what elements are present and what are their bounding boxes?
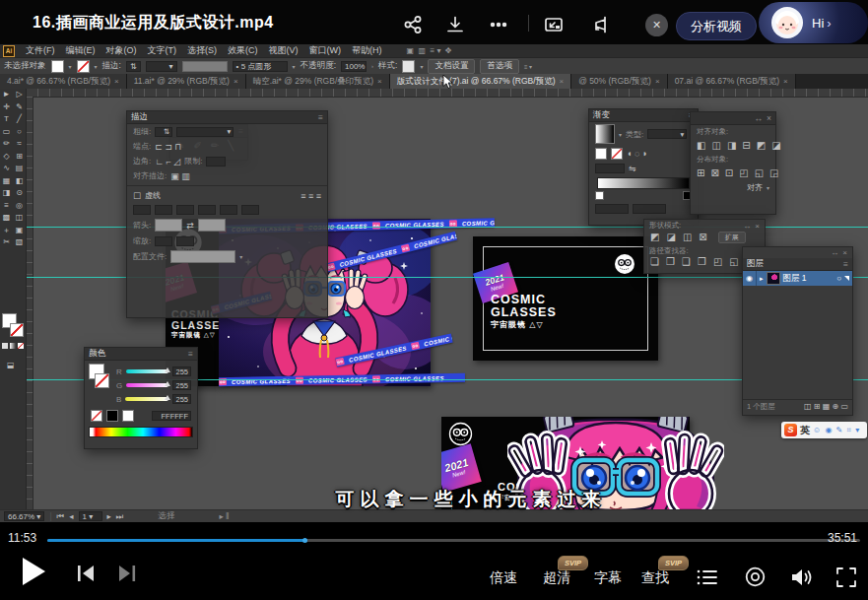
- stroke-dropdown-icon[interactable]: ▾: [95, 63, 98, 70]
- tab-close-icon[interactable]: ×: [377, 77, 382, 86]
- stroke-panel-title[interactable]: 描边: [131, 111, 148, 123]
- playlist-icon[interactable]: [696, 567, 719, 587]
- tool-buttons[interactable]: ►▷✛✎T╱▭○✏≈◇⊞∿▤▦◧◨⊙≡◎▩◫＋▣✂▧: [0, 89, 26, 249]
- document-tab[interactable]: 07.ai @ 66.67% (RGB/预览)×: [668, 74, 796, 89]
- fill-dropdown-icon[interactable]: ▾: [69, 63, 72, 70]
- menu-edit[interactable]: 编辑(E): [66, 44, 96, 57]
- green-value[interactable]: 255: [172, 380, 191, 390]
- none-swatch[interactable]: [91, 410, 102, 422]
- black-swatch[interactable]: [106, 410, 118, 422]
- distribute-buttons[interactable]: ⊞⊠⊡◰◱◲: [691, 167, 775, 180]
- artboard-number-select[interactable]: 1 ▾: [79, 511, 102, 521]
- play-button[interactable]: [20, 556, 47, 587]
- style-swatch[interactable]: [402, 60, 415, 73]
- opacity-field[interactable]: 100%: [341, 61, 367, 72]
- progress-bar[interactable]: [47, 539, 860, 542]
- menu-object[interactable]: 对象(O): [106, 44, 137, 57]
- swap-arrows-icon[interactable]: ⇄: [186, 221, 194, 231]
- style-dropdown-icon[interactable]: ▾: [420, 63, 423, 70]
- arrow-scale-field[interactable]: [176, 236, 194, 246]
- layers-footer-buttons[interactable]: ◫ ⊞ ▦ ⊕ ▭: [804, 402, 848, 412]
- tab-close-icon[interactable]: ×: [655, 77, 660, 86]
- arrow-start-dropdown[interactable]: [155, 219, 182, 232]
- hex-field[interactable]: FFFFFF: [152, 411, 191, 421]
- gradient-panel-title[interactable]: 渐变: [593, 109, 610, 121]
- stroke-weight-select[interactable]: ▾: [146, 61, 177, 72]
- dashed-checkbox[interactable]: ☐: [133, 191, 141, 201]
- document-tab[interactable]: 4.ai* @ 66.67% (RGB/预览)×: [0, 74, 127, 89]
- fill-swatch[interactable]: [51, 60, 64, 73]
- find-button[interactable]: 查找: [641, 569, 669, 587]
- gradient-thumbnail[interactable]: [595, 124, 615, 144]
- fullscreen-icon[interactable]: [835, 567, 857, 588]
- download-icon[interactable]: [445, 15, 465, 34]
- width-profile-dropdown[interactable]: [170, 250, 235, 263]
- ime-toolbar[interactable]: S 英 ☺ ◉ ✎ ⌗ ▾: [781, 422, 867, 438]
- color-panel-title[interactable]: 颜色: [89, 348, 105, 360]
- share-icon[interactable]: [403, 15, 423, 34]
- red-value[interactable]: 255: [172, 367, 191, 376]
- sogou-logo-icon[interactable]: S: [784, 424, 797, 436]
- screen-mode-button[interactable]: ⬓: [7, 361, 15, 369]
- panel-collapse-icon[interactable]: ↔: [831, 248, 838, 257]
- document-setup-button[interactable]: 文档设置: [428, 59, 475, 74]
- panel-close-icon[interactable]: ×: [755, 222, 760, 231]
- gradient-stroke-options[interactable]: ◖ ◌ ◗: [589, 146, 698, 162]
- shape-mode-buttons[interactable]: ◩◪◫⊠扩展: [644, 232, 765, 245]
- cap-buttons[interactable]: ⊏ ⊐ ⊓: [155, 142, 181, 152]
- stroke-swatch[interactable]: [77, 60, 90, 73]
- color-mode-buttons[interactable]: [2, 343, 24, 349]
- panel-close-icon[interactable]: ×: [842, 248, 847, 257]
- stroke-weight-stepper[interactable]: ⇅: [155, 127, 172, 137]
- record-icon[interactable]: [744, 566, 767, 588]
- next-artboard-button[interactable]: ▸: [107, 511, 111, 521]
- panel-menu-icon[interactable]: ≡: [188, 349, 193, 359]
- green-slider[interactable]: [126, 383, 168, 387]
- user-account-button[interactable]: Hi ›: [759, 2, 868, 43]
- fill-stroke-indicator[interactable]: [2, 313, 24, 337]
- artboard-right[interactable]: 2021New! COSMIC GLASSES 宇宙眼镜 △▽: [473, 236, 658, 361]
- miter-limit-field[interactable]: [206, 157, 226, 167]
- layer-target-icon[interactable]: ○: [836, 274, 841, 283]
- align-object-buttons[interactable]: ◧◫◨⊟◩◪: [691, 139, 775, 153]
- white-swatch[interactable]: [122, 410, 134, 422]
- ime-mode[interactable]: 英: [800, 424, 810, 437]
- menu-effect[interactable]: 效果(C): [228, 44, 258, 57]
- red-slider[interactable]: [126, 369, 169, 373]
- dash-preset-buttons[interactable]: ≡ ≡ ≡: [300, 191, 321, 201]
- ime-tool-icons[interactable]: ☺ ◉ ✎ ⌗ ▾: [813, 426, 860, 435]
- more-icon[interactable]: [489, 15, 508, 34]
- corner-buttons[interactable]: ∟ ⌐ ◿: [155, 157, 180, 167]
- stroke-weight-dropdown[interactable]: ▾: [176, 127, 234, 137]
- preferences-button[interactable]: 首选项: [480, 59, 519, 74]
- panel-collapse-icon[interactable]: ↔: [755, 113, 764, 123]
- pip-icon[interactable]: [544, 15, 564, 34]
- layer-row[interactable]: ◉ ▸ 图层 1 ○: [743, 271, 852, 286]
- tab-close-icon[interactable]: ×: [234, 77, 238, 86]
- layer-expand-icon[interactable]: ▸: [760, 275, 764, 283]
- close-icon[interactable]: ✕: [645, 14, 668, 36]
- stroke-weight-stepper[interactable]: ⇅: [126, 61, 141, 72]
- align-stroke-buttons[interactable]: ▣ ▥: [170, 171, 190, 181]
- menubar-icons[interactable]: ▣ ▥ ≡ ▾ ✥: [407, 46, 452, 55]
- panel-menu-icon[interactable]: ≡: [843, 259, 848, 269]
- panel-close-icon[interactable]: ×: [767, 113, 771, 123]
- menu-view[interactable]: 视图(V): [269, 44, 299, 57]
- arrow-end-dropdown[interactable]: [198, 219, 226, 232]
- quality-button[interactable]: 超清: [543, 569, 570, 587]
- gradient-ramp[interactable]: [597, 177, 690, 189]
- layers-empty-area[interactable]: [743, 286, 852, 399]
- document-tab-active[interactable]: 版式设计文件 (7).ai @ 66.67% (RGB/预览)×: [390, 74, 571, 89]
- first-artboard-button[interactable]: ⏮: [57, 511, 65, 522]
- layer-thumbnail[interactable]: [767, 272, 780, 285]
- blue-value[interactable]: 255: [172, 394, 191, 404]
- arrow-scale-field[interactable]: [155, 236, 172, 246]
- document-tab[interactable]: 11.ai* @ 29% (RGB/预览)×: [127, 74, 246, 89]
- horn-icon[interactable]: [591, 15, 611, 34]
- dash-fields[interactable]: [127, 203, 327, 217]
- reverse-gradient-icon[interactable]: ⇋: [629, 164, 636, 173]
- tab-close-icon[interactable]: ×: [783, 77, 788, 86]
- next-button[interactable]: [116, 564, 138, 583]
- last-artboard-button[interactable]: ⏭: [116, 511, 124, 522]
- zoom-level-select[interactable]: 66.67% ▾: [4, 511, 44, 521]
